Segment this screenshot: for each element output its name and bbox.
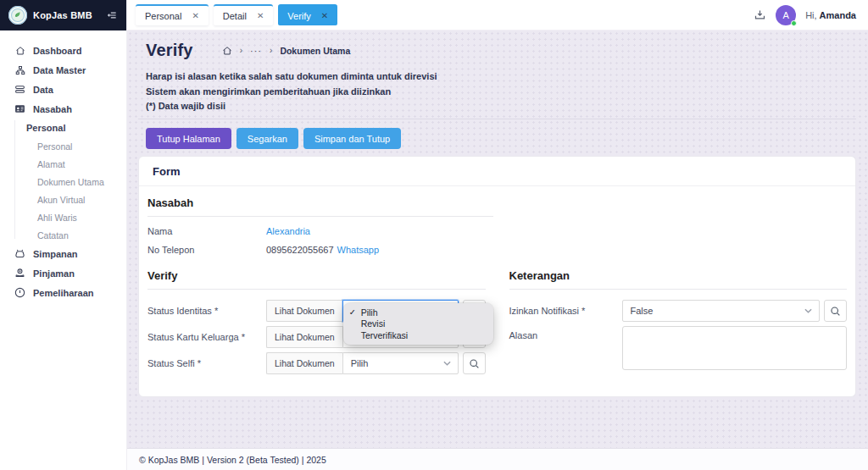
breadcrumb-ellipsis[interactable]: ··· <box>250 46 262 56</box>
tab-verify[interactable]: Verify ✕ <box>278 4 337 25</box>
breadcrumb-separator: › <box>240 46 242 55</box>
search-button[interactable] <box>463 352 486 374</box>
app-window: KopJas BMB Dashboard Data Master Data Na… <box>0 0 868 470</box>
telepon-row: No Telepon 0895622055667 Whatsapp <box>147 241 493 259</box>
header-divider <box>138 119 856 119</box>
chevron-down-icon <box>443 361 451 366</box>
close-icon[interactable]: ✕ <box>257 12 264 20</box>
sidebar-item-pinjaman[interactable]: Pinjaman <box>0 263 126 283</box>
home-icon[interactable] <box>222 46 232 56</box>
status-identitas-dropdown: ✓ Pilih Revisi <box>343 303 493 345</box>
keterangan-section-title: Keterangan <box>509 269 848 290</box>
sidebar-subitem-label: Alamat <box>37 159 65 169</box>
sidebar-item-data[interactable]: Data <box>0 80 126 99</box>
telepon-label: No Telepon <box>147 245 266 255</box>
sidebar-subitem-ahli-waris[interactable]: Ahli Waris <box>0 208 126 226</box>
topbar: Personal ✕ Detail ✕ Verify ✕ A Hi, Ama <box>127 0 868 30</box>
status-kartu-keluarga-label: Status Kartu Keluarga * <box>147 332 266 342</box>
status-selfi-select[interactable]: Pilih <box>342 352 459 374</box>
sidebar-nav: Dashboard Data Master Data Nasabah Perso… <box>0 30 126 302</box>
status-identitas-select[interactable]: ✓ Pilih Revisi <box>342 300 459 322</box>
search-button[interactable] <box>824 300 847 322</box>
dropdown-option-terverifikasi[interactable]: Terverifikasi <box>343 329 493 341</box>
telepon-value: 0895622055667 <box>266 245 334 255</box>
loan-icon <box>14 268 25 279</box>
sidebar-subitem-dokumen-utama[interactable]: Dokumen Utama <box>0 173 126 191</box>
lihat-dokumen-addon: Lihat Dokumen <box>266 326 342 348</box>
online-status-dot <box>791 20 797 26</box>
close-icon[interactable]: ✕ <box>321 12 328 20</box>
topbar-right: A Hi, Amanda <box>754 5 856 25</box>
sidebar-item-label: Data <box>33 85 53 95</box>
nama-link[interactable]: Alexandria <box>266 226 310 236</box>
segarkan-button[interactable]: Segarkan <box>236 128 298 149</box>
user-name: Amanda <box>820 10 856 20</box>
breadcrumb-current: Dokumen Utama <box>280 46 350 56</box>
check-icon: ✓ <box>349 307 361 317</box>
sidebar-subitem-akun-virtual[interactable]: Akun Virtual <box>0 191 126 208</box>
greeting-prefix: Hi, <box>805 10 816 20</box>
sidebar-subitem-label: Dokumen Utama <box>37 177 104 187</box>
tab-detail[interactable]: Detail ✕ <box>214 4 274 25</box>
whatsapp-link[interactable]: Whatsapp <box>337 245 380 255</box>
brand-logo-icon <box>8 6 27 25</box>
keterangan-section: Keterangan Izinkan Notifikasi * False <box>509 269 848 374</box>
sidebar-subitem-catatan[interactable]: Catatan <box>0 226 126 244</box>
tab-label: Verify <box>287 11 311 21</box>
dropdown-option-pilih[interactable]: ✓ Pilih <box>343 307 493 318</box>
sidebar-subitem-label: Catatan <box>37 230 69 241</box>
tab-label: Detail <box>223 11 247 21</box>
sidebar-item-data-master[interactable]: Data Master <box>0 60 126 80</box>
status-identitas-label: Status Identitas * <box>147 306 266 316</box>
status-selfi-label: Status Selfi * <box>147 358 266 368</box>
select-value: False <box>631 306 654 316</box>
main-content: Verify › ··· › Dokumen Utama Harap isi a… <box>127 30 868 470</box>
brand-name: KopJas BMB <box>33 10 100 20</box>
sidebar-subitem-label: Ahli Waris <box>37 213 77 223</box>
nasabah-section-title: Nasabah <box>147 196 493 217</box>
lihat-dokumen-addon: Lihat Dokumen <box>266 352 342 374</box>
close-icon[interactable]: ✕ <box>192 12 198 20</box>
sidebar-item-label: Data Master <box>33 65 86 75</box>
savings-icon <box>14 248 25 259</box>
note-line: Sistem akan mengirimkan pemberitahuan ji… <box>146 86 856 97</box>
sidebar-item-label: Pinjaman <box>33 268 75 279</box>
sidebar: KopJas BMB Dashboard Data Master Data Na… <box>0 0 127 470</box>
sidebar-item-dashboard[interactable]: Dashboard <box>0 41 126 60</box>
home-icon <box>14 46 25 56</box>
card-title: Form <box>139 157 855 186</box>
breadcrumb-separator: › <box>270 46 272 55</box>
user-greeting: Hi, Amanda <box>805 10 856 20</box>
sidebar-subitem-label: Personal <box>37 141 72 152</box>
export-icon[interactable] <box>754 8 766 21</box>
tutup-halaman-button[interactable]: Tutup Halaman <box>146 128 231 149</box>
footer: © KopJas BMB | Version 2 (Beta Tested) |… <box>127 448 868 470</box>
sidebar-item-pemeliharaan[interactable]: Pemeliharaan <box>0 283 126 302</box>
form-card: Form Nasabah Nama Alexandria No Telepon … <box>138 156 856 397</box>
nasabah-subtree: Personal Personal Alamat Dokumen Utama A… <box>0 119 126 244</box>
dropdown-option-revisi[interactable]: Revisi <box>343 318 493 330</box>
status-identitas-row: Status Identitas * Lihat Dokumen ✓ <box>147 300 486 322</box>
simpan-dan-tutup-button[interactable]: Simpan dan Tutup <box>303 128 401 149</box>
database-icon <box>14 84 25 95</box>
alasan-textarea[interactable] <box>622 326 848 370</box>
tab-bar: Personal ✕ Detail ✕ Verify ✕ <box>136 4 337 25</box>
sidebar-item-label: Pemeliharaan <box>33 288 94 298</box>
sidebar-subitem-alamat[interactable]: Alamat <box>0 155 126 173</box>
page-notes: Harap isi alasan ketika salah satu dokum… <box>138 71 856 112</box>
sidebar-group-personal[interactable]: Personal <box>0 119 126 137</box>
sidebar-item-simpanan[interactable]: Simpanan <box>0 244 126 263</box>
option-label: Revisi <box>361 318 386 329</box>
sidebar-group-label: Personal <box>26 123 65 133</box>
sidebar-item-label: Simpanan <box>33 249 78 259</box>
tab-personal[interactable]: Personal ✕ <box>136 4 209 25</box>
breadcrumb: › ··· › Dokumen Utama <box>222 46 351 56</box>
note-line: Harap isi alasan ketika salah satu dokum… <box>146 71 856 82</box>
sidebar-item-nasabah[interactable]: Nasabah <box>0 99 126 119</box>
izinkan-notifikasi-select[interactable]: False <box>622 300 821 322</box>
sidebar-collapse-icon[interactable] <box>106 9 118 21</box>
sidebar-subitem-personal[interactable]: Personal <box>0 137 126 155</box>
alasan-label: Alasan <box>509 326 622 340</box>
option-label: Pilih <box>361 307 378 318</box>
avatar[interactable]: A <box>776 5 796 25</box>
